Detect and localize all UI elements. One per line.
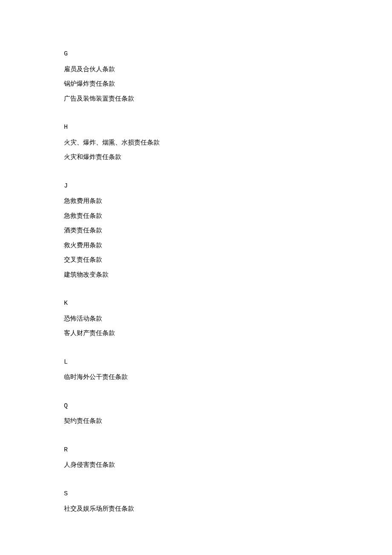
section-letter: L: [64, 355, 328, 370]
section-letter: J: [64, 179, 328, 194]
document-content: G 雇员及合伙人条款 锅炉爆炸责任条款 广告及装饰装置责任条款 H 火灾、爆炸、…: [64, 47, 328, 516]
section-letter: K: [64, 296, 328, 311]
list-item: 契约责任条款: [64, 413, 328, 428]
section-letter: G: [64, 47, 328, 62]
section-letter: R: [64, 443, 328, 458]
list-item: 人身侵害责任条款: [64, 457, 328, 472]
list-item: 广告及装饰装置责任条款: [64, 91, 328, 106]
list-item: 临时海外公干责任条款: [64, 370, 328, 384]
section-j: J 急救费用条款 急救责任条款 酒类责任条款 救火费用条款 交叉责任条款 建筑物…: [64, 179, 328, 282]
section-l: L 临时海外公干责任条款: [64, 355, 328, 384]
list-item: 火灾和爆炸责任条款: [64, 150, 328, 165]
section-k: K 恐怖活动条款 客人财产责任条款: [64, 296, 328, 341]
list-item: 雇员及合伙人条款: [64, 62, 328, 77]
list-item: 社交及娱乐场所责任条款: [64, 501, 328, 516]
list-item: 客人财产责任条款: [64, 326, 328, 341]
list-item: 恐怖活动条款: [64, 311, 328, 326]
list-item: 急救费用条款: [64, 194, 328, 208]
section-s: S 社交及娱乐场所责任条款: [64, 487, 328, 516]
list-item: 交叉责任条款: [64, 252, 328, 267]
section-g: G 雇员及合伙人条款 锅炉爆炸责任条款 广告及装饰装置责任条款: [64, 47, 328, 106]
list-item: 火灾、爆炸、烟熏、水损责任条款: [64, 135, 328, 150]
section-h: H 火灾、爆炸、烟熏、水损责任条款 火灾和爆炸责任条款: [64, 120, 328, 165]
list-item: 建筑物改变条款: [64, 267, 328, 282]
list-item: 救火费用条款: [64, 238, 328, 253]
list-item: 锅炉爆炸责任条款: [64, 76, 328, 91]
list-item: 急救责任条款: [64, 208, 328, 223]
section-letter: S: [64, 487, 328, 502]
section-letter: H: [64, 120, 328, 135]
section-r: R 人身侵害责任条款: [64, 443, 328, 472]
section-letter: Q: [64, 399, 328, 414]
list-item: 酒类责任条款: [64, 223, 328, 238]
section-q: Q 契约责任条款: [64, 399, 328, 428]
